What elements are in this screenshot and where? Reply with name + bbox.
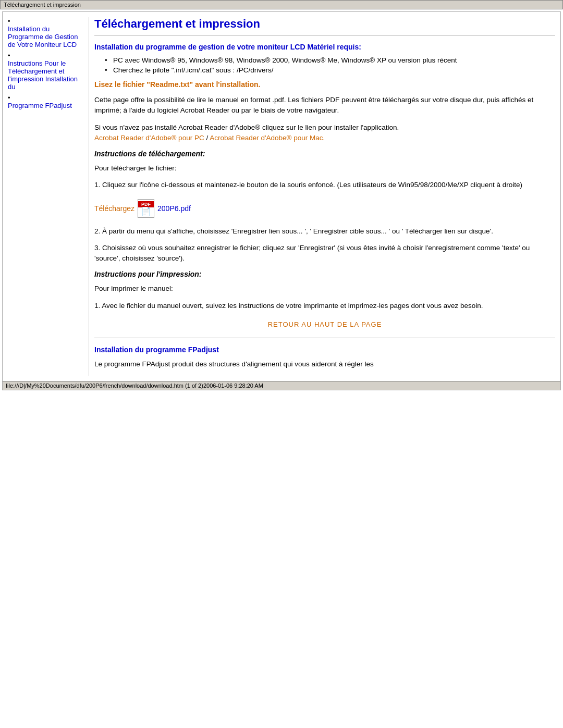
bullet-2: • [8, 52, 10, 59]
fpadjust-section: Installation du programme FPadjust Le pr… [94, 346, 555, 369]
telechargez-link[interactable]: Téléchargez [94, 204, 134, 213]
title-bar-text: Téléchargement et impression [4, 2, 81, 8]
sidebar: • Installation du Programme de Gestion d… [8, 17, 89, 376]
sidebar-item-fpadjust: • Programme FPadjust [8, 94, 83, 109]
print-instructions-heading: Instructions pour l'impression: [94, 270, 555, 278]
main-content: Téléchargement et impression Installatio… [89, 17, 555, 376]
acrobat-link-pc[interactable]: Acrobat Reader d'Adobe® pour PC [94, 134, 204, 142]
list-item-2: Cherchez le pilote ".inf/.icm/.cat" sous… [105, 66, 555, 74]
download-row: Téléchargez PDF 📄 200P6.pdf [94, 199, 555, 218]
download-step-2: 2. À partir du menu qui s'affiche, chois… [94, 226, 555, 237]
install-section: Installation du programme de gestion de … [94, 43, 555, 143]
section-heading: Installation du programme de gestion de … [94, 43, 555, 51]
download-intro: Pour télécharger le fichier: [94, 163, 555, 174]
body-text-1: Cette page offre la possibilité de lire … [94, 95, 555, 116]
status-bar: file:///D|/My%20Documents/dfu/200P6/fren… [3, 381, 560, 390]
download-step-1: 1. Cliquez sur l'icône ci-dessous et mai… [94, 180, 555, 190]
fpadjust-heading: Installation du programme FPadjust [94, 346, 555, 354]
sidebar-link-install[interactable]: Installation du Programme de Gestion de … [8, 25, 83, 48]
sidebar-link-fpadjust[interactable]: Programme FPadjust [8, 102, 83, 109]
sidebar-item-install: • Installation du Programme de Gestion d… [8, 17, 83, 48]
print-intro: Pour imprimer le manuel: [94, 283, 555, 294]
page-title: Téléchargement et impression [94, 17, 555, 31]
title-bar: Téléchargement et impression [0, 0, 563, 9]
top-divider [94, 35, 555, 35]
bullet-3: • [8, 94, 10, 102]
download-section: Instructions de téléchargement: Pour tél… [94, 150, 555, 328]
acrobat-link-mac[interactable]: Acrobat Reader d'Adobe® pour Mac. [210, 134, 325, 142]
pdf-filename-link[interactable]: 200P6.pdf [157, 204, 191, 213]
sidebar-link-instructions[interactable]: Instructions Pour le Téléchargement et l… [8, 59, 83, 91]
list-item-1: PC avec Windows® 95, Windows® 98, Window… [105, 56, 555, 64]
bottom-divider [94, 338, 555, 338]
pdf-icon: PDF 📄 [138, 199, 154, 218]
bullet-1: • [8, 17, 10, 25]
readme-heading: Lisez le fichier "Readme.txt" avant l'in… [94, 80, 555, 89]
content-area: • Installation du Programme de Gestion d… [3, 12, 560, 381]
pdf-acrobat-icon: 📄 [141, 207, 151, 216]
retour-link[interactable]: RETOUR AU HAUT DE LA PAGE [94, 320, 555, 328]
requirements-list: PC avec Windows® 95, Windows® 98, Window… [105, 56, 555, 74]
acrobat-separator: / [204, 134, 210, 142]
sidebar-item-instructions: • Instructions Pour le Téléchargement et… [8, 52, 83, 91]
pdf-label: PDF [138, 201, 154, 207]
download-instructions-heading: Instructions de téléchargement: [94, 150, 555, 158]
download-step-3: 3. Choisissez où vous souhaitez enregist… [94, 243, 555, 264]
body-text-2: Si vous n'avez pas installé Acrobat Read… [94, 122, 555, 144]
acrobat-intro-text: Si vous n'avez pas installé Acrobat Read… [94, 124, 399, 131]
fpadjust-body: Le programme FPAdjust produit des struct… [94, 359, 555, 369]
status-bar-text: file:///D|/My%20Documents/dfu/200P6/fren… [6, 382, 263, 389]
print-step-1: 1. Avec le fichier du manuel ouvert, sui… [94, 301, 555, 311]
browser-window: • Installation du Programme de Gestion d… [2, 11, 561, 390]
